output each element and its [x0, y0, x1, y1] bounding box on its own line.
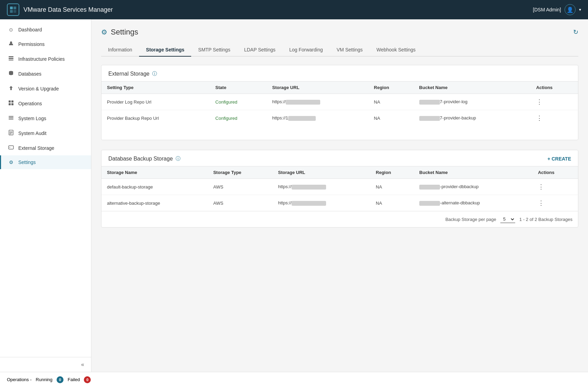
status-bar: Operations - Running 0 Failed 0	[0, 372, 588, 387]
svg-point-21	[10, 147, 10, 148]
sidebar-footer: «	[0, 357, 91, 372]
table-row: default-backup-storage AWS https:// NA -…	[101, 179, 578, 195]
tab-storage-settings[interactable]: Storage Settings	[139, 43, 191, 57]
svg-rect-15	[9, 119, 13, 119]
per-page-select[interactable]: 5 10 25	[500, 215, 515, 223]
database-backup-storage-section: Database Backup Storage ⓘ + CREATE Stora…	[101, 150, 578, 228]
main-layout: ⊙ Dashboard Permissions Infrastructure P…	[0, 19, 588, 372]
bucket-name-cell: -provider-dbbackup	[414, 179, 532, 195]
svg-rect-9	[9, 100, 11, 103]
url-blur	[288, 116, 316, 121]
actions-menu-button[interactable]: ⋮	[538, 200, 544, 206]
permissions-icon	[8, 41, 14, 47]
region-cell: NA	[369, 94, 414, 110]
storage-name-cell: alternative-backup-storage	[101, 195, 208, 211]
sidebar-item-operations[interactable]: Operations	[0, 96, 91, 111]
svg-rect-0	[10, 7, 13, 9]
infrastructure-policies-icon	[8, 56, 14, 62]
running-badge: 0	[57, 376, 63, 383]
app-logo-icon	[7, 3, 19, 16]
system-logs-icon	[8, 115, 14, 122]
state-cell: Configured	[210, 94, 267, 110]
status-failed-label: Failed	[68, 377, 80, 382]
tab-webhook-settings[interactable]: Webhook Settings	[370, 43, 422, 57]
settings-icon: ⚙	[8, 159, 14, 165]
url-blur	[292, 185, 326, 190]
sidebar-item-dashboard[interactable]: ⊙ Dashboard	[0, 23, 91, 37]
database-backup-title: Database Backup Storage ⓘ	[108, 156, 180, 162]
sidebar-item-infrastructure-policies[interactable]: Infrastructure Policies	[0, 51, 91, 66]
database-backup-header: Database Backup Storage ⓘ + CREATE	[101, 150, 578, 166]
url-blur	[286, 100, 320, 105]
actions-menu-button[interactable]: ⋮	[536, 98, 542, 105]
external-storage-section: External Storage ⓘ Setting Type State St…	[101, 65, 578, 140]
sidebar-item-system-audit[interactable]: System Audit	[0, 126, 91, 141]
per-page-label: Backup Storage per page	[445, 217, 496, 222]
svg-rect-17	[10, 132, 12, 132]
setting-type-cell: Provider Backup Repo Url	[101, 110, 210, 126]
bucket-blur	[419, 185, 440, 190]
sidebar-item-permissions[interactable]: Permissions	[0, 37, 91, 51]
system-audit-icon	[8, 130, 14, 136]
external-storage-title: External Storage ⓘ	[108, 71, 157, 77]
sidebar: ⊙ Dashboard Permissions Infrastructure P…	[0, 19, 91, 372]
tab-ldap-settings[interactable]: LDAP Settings	[237, 43, 282, 57]
table-row: Provider Backup Repo Url Configured http…	[101, 110, 578, 126]
actions-menu-button[interactable]: ⋮	[538, 183, 544, 190]
col-storage-name: Storage Name	[101, 166, 208, 179]
storage-type-cell: AWS	[208, 195, 273, 211]
col-state: State	[210, 81, 267, 94]
col-region: Region	[369, 81, 414, 94]
col-actions: Actions	[531, 81, 578, 94]
bucket-blur	[419, 116, 440, 121]
content-area: ⚙ Settings ↻ Information Storage Setting…	[91, 19, 588, 372]
col-bucket-name: Bucket Name	[414, 166, 532, 179]
region-cell: NA	[370, 179, 414, 195]
tabs: Information Storage Settings SMTP Settin…	[101, 43, 578, 57]
col-actions: Actions	[532, 166, 578, 179]
actions-cell: ⋮	[532, 195, 578, 211]
user-avatar-icon[interactable]: 👤	[565, 4, 576, 15]
top-header: VMware Data Services Manager [DSM Admin]…	[0, 0, 588, 19]
version-upgrade-icon	[8, 85, 14, 92]
external-storage-info-icon[interactable]: ⓘ	[152, 71, 157, 77]
bucket-name-cell: 7-provider-log	[414, 94, 531, 110]
database-backup-info-icon[interactable]: ⓘ	[176, 156, 180, 162]
svg-rect-5	[9, 56, 13, 57]
setting-type-cell: Provider Log Repo Url	[101, 94, 210, 110]
tab-vm-settings[interactable]: VM Settings	[330, 43, 370, 57]
tab-log-forwarding[interactable]: Log Forwarding	[282, 43, 330, 57]
sidebar-item-label: Permissions	[18, 41, 45, 47]
sidebar-item-settings[interactable]: ⚙ Settings	[0, 155, 91, 169]
page-title: ⚙ Settings	[101, 28, 138, 37]
sidebar-item-label: External Storage	[18, 145, 54, 151]
actions-cell: ⋮	[531, 94, 578, 110]
sidebar-item-label: Databases	[18, 71, 41, 77]
header-user[interactable]: [DSM Admin] 👤 ▾	[533, 4, 581, 15]
svg-rect-7	[9, 60, 13, 60]
databases-icon	[8, 70, 14, 77]
svg-rect-6	[9, 58, 13, 59]
actions-menu-button[interactable]: ⋮	[536, 115, 542, 122]
sidebar-item-label: Dashboard	[18, 27, 42, 32]
refresh-button[interactable]: ↻	[573, 28, 578, 36]
dashboard-icon: ⊙	[8, 27, 14, 32]
col-region: Region	[370, 166, 414, 179]
svg-rect-20	[9, 146, 13, 149]
page-title-icon: ⚙	[101, 28, 107, 36]
storage-url-cell: https://	[273, 179, 370, 195]
col-setting-type: Setting Type	[101, 81, 210, 94]
app-logo: VMware Data Services Manager	[7, 3, 113, 16]
sidebar-item-system-logs[interactable]: System Logs	[0, 111, 91, 126]
state-cell: Configured	[210, 110, 267, 126]
create-button[interactable]: + CREATE	[547, 156, 571, 162]
sidebar-item-databases[interactable]: Databases	[0, 66, 91, 81]
sidebar-item-external-storage[interactable]: External Storage	[0, 141, 91, 155]
database-backup-table: Storage Name Storage Type Storage URL Re…	[101, 166, 578, 211]
user-dropdown-icon[interactable]: ▾	[579, 7, 581, 12]
tab-smtp-settings[interactable]: SMTP Settings	[191, 43, 237, 57]
collapse-button[interactable]: «	[81, 361, 84, 368]
sidebar-item-version-upgrade[interactable]: Version & Upgrade	[0, 81, 91, 96]
sidebar-item-label: System Logs	[18, 116, 46, 121]
tab-information[interactable]: Information	[101, 43, 139, 57]
